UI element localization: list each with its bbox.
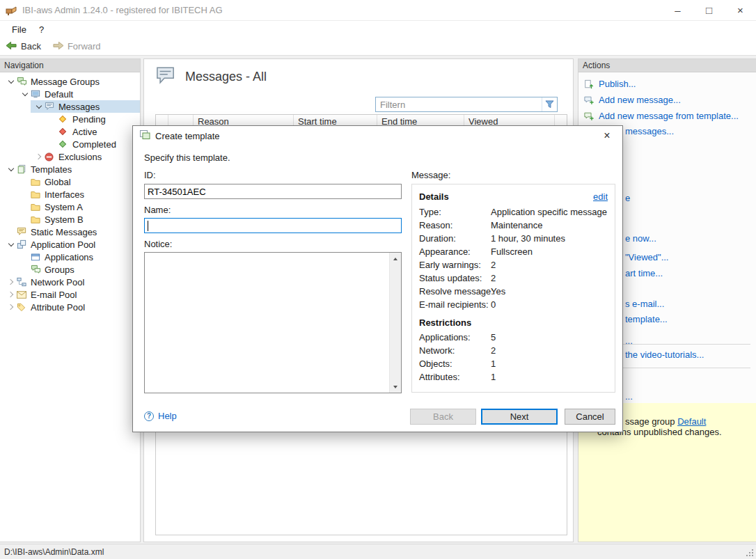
tree-item-messages[interactable]: Messages bbox=[0, 100, 140, 113]
action-fragment[interactable]: e now... bbox=[625, 233, 656, 244]
tree-item-application-pool[interactable]: Application Pool bbox=[0, 238, 140, 251]
chevron-expanded-icon[interactable] bbox=[6, 239, 17, 250]
action-fragment[interactable]: art time... bbox=[625, 268, 663, 278]
forward-button[interactable]: Forward bbox=[52, 40, 101, 53]
maximize-button[interactable]: □ bbox=[693, 0, 725, 20]
dialog-close-icon[interactable]: × bbox=[592, 127, 622, 145]
detail-value: Application specific message bbox=[491, 207, 607, 217]
computer-icon bbox=[31, 88, 44, 100]
cancel-button[interactable]: Cancel bbox=[565, 409, 615, 425]
tree-label: Completed bbox=[72, 139, 116, 150]
chevron-collapsed-icon[interactable] bbox=[33, 151, 45, 162]
tree-item-exclusions[interactable]: Exclusions bbox=[0, 150, 140, 163]
scrollbar[interactable] bbox=[389, 253, 401, 393]
action-publish[interactable]: Publish... bbox=[584, 76, 753, 92]
folder-icon bbox=[31, 176, 44, 187]
tree-item-system-b[interactable]: System B bbox=[0, 213, 140, 226]
text-caret bbox=[148, 221, 148, 231]
action-add-message-from-template[interactable]: Add new message from template... bbox=[584, 108, 753, 124]
restriction-key: Attributes: bbox=[419, 372, 460, 382]
statusbar: D:\IBI-aws\Admin\Data.xml bbox=[0, 544, 756, 559]
chevron-expanded-icon[interactable] bbox=[6, 76, 17, 87]
action-fragment-video-tutorials[interactable]: the video-tutorials... bbox=[625, 349, 704, 360]
tree-label: E-mail Pool bbox=[30, 290, 77, 300]
help-link[interactable]: ? Help bbox=[144, 411, 177, 421]
tree-item-applications[interactable]: Applications bbox=[0, 251, 140, 263]
tree-item-default[interactable]: Default bbox=[0, 88, 140, 100]
help-label: Help bbox=[158, 411, 177, 421]
scroll-up-icon[interactable] bbox=[390, 253, 401, 265]
detail-row: Status updates:2 bbox=[419, 273, 611, 284]
dialog-subtitle: Specify this template. bbox=[144, 152, 230, 163]
tree-item-static-messages[interactable]: Static Messages bbox=[0, 226, 140, 238]
tree-label: Exclusions bbox=[58, 152, 102, 162]
completed-icon bbox=[58, 139, 72, 150]
tree-item-message-groups[interactable]: Message Groups bbox=[0, 75, 140, 88]
edit-link[interactable]: edit bbox=[593, 191, 608, 202]
tree-item-active[interactable]: Active bbox=[0, 125, 140, 138]
statusbar-path: D:\IBI-aws\Admin\Data.xml bbox=[4, 547, 104, 557]
action-fragment[interactable]: ... bbox=[625, 391, 633, 402]
chevron-expanded-icon[interactable] bbox=[33, 101, 45, 112]
resize-grip[interactable] bbox=[746, 549, 755, 558]
action-fragment[interactable]: s e-mail... bbox=[625, 299, 664, 309]
name-field[interactable] bbox=[144, 218, 402, 233]
default-group-link[interactable]: Default bbox=[677, 416, 706, 427]
tree-item-email-pool[interactable]: E-mail Pool bbox=[0, 288, 140, 301]
tree-item-network-pool[interactable]: Network Pool bbox=[0, 276, 140, 288]
chevron-collapsed-icon[interactable] bbox=[6, 289, 17, 300]
action-fragment[interactable]: "Viewed"... bbox=[625, 252, 668, 262]
menu-file[interactable]: File bbox=[6, 23, 33, 36]
notice-field[interactable] bbox=[145, 253, 389, 393]
chevron-collapsed-icon[interactable] bbox=[6, 276, 17, 288]
chevron-expanded-icon[interactable] bbox=[6, 164, 17, 175]
notice-field-box bbox=[144, 252, 402, 393]
action-fragment[interactable]: e bbox=[625, 193, 630, 203]
scroll-down-icon[interactable] bbox=[390, 381, 401, 393]
detail-row: Duration:1 hour, 30 minutes bbox=[419, 233, 611, 244]
tree-item-global[interactable]: Global bbox=[0, 175, 140, 188]
id-field[interactable] bbox=[144, 184, 402, 199]
tree-item-interfaces[interactable]: Interfaces bbox=[0, 188, 140, 200]
close-button[interactable]: × bbox=[725, 0, 756, 20]
messages-icon bbox=[45, 101, 58, 112]
tree-item-attribute-pool[interactable]: Attribute Pool bbox=[0, 301, 140, 313]
back-button[interactable]: Back bbox=[6, 40, 41, 53]
restriction-value: 2 bbox=[491, 345, 496, 356]
page-title-text: Messages - All bbox=[185, 70, 267, 84]
tree-item-system-a[interactable]: System A bbox=[0, 200, 140, 213]
messages-header-icon bbox=[155, 66, 176, 87]
filter-input[interactable] bbox=[376, 100, 542, 110]
email-pool-icon bbox=[17, 289, 30, 300]
applications-icon bbox=[31, 251, 44, 262]
chevron-collapsed-icon[interactable] bbox=[6, 301, 17, 313]
tree-item-pending[interactable]: Pending bbox=[0, 113, 140, 125]
tree-item-templates[interactable]: Templates bbox=[0, 163, 140, 175]
menu-help[interactable]: ? bbox=[33, 23, 50, 36]
actions-links: Publish... Add new message... Add new me… bbox=[584, 76, 753, 124]
create-template-dialog: Create template × Specify this template.… bbox=[132, 125, 623, 432]
chevron-expanded-icon[interactable] bbox=[19, 88, 31, 100]
action-fragment[interactable]: messages... bbox=[625, 126, 674, 136]
filter-funnel-icon[interactable] bbox=[542, 97, 557, 111]
tree-label: System B bbox=[44, 214, 84, 225]
next-button[interactable]: Next bbox=[481, 409, 558, 425]
action-add-new-message[interactable]: Add new message... bbox=[584, 92, 753, 108]
restriction-value: 1 bbox=[491, 359, 496, 369]
tree-item-completed[interactable]: Completed bbox=[0, 138, 140, 150]
id-label: ID: bbox=[144, 170, 156, 180]
folder-icon bbox=[31, 201, 44, 212]
message-summary-box: Details edit Type:Application specific m… bbox=[411, 184, 615, 393]
chevron-spacer bbox=[19, 264, 31, 275]
notice-label: Notice: bbox=[144, 239, 172, 249]
restriction-row: Applications:5 bbox=[419, 332, 611, 343]
detail-row: E-mail recipients:0 bbox=[419, 299, 611, 310]
tree-item-groups[interactable]: Groups bbox=[0, 263, 140, 276]
minimize-button[interactable]: – bbox=[662, 0, 693, 20]
tree-label: Global bbox=[44, 177, 71, 187]
action-label: Publish... bbox=[599, 79, 636, 89]
static-messages-icon bbox=[17, 226, 30, 237]
detail-key: Early warnings: bbox=[419, 260, 481, 270]
action-fragment[interactable]: template... bbox=[625, 314, 668, 324]
help-icon: ? bbox=[144, 411, 154, 421]
